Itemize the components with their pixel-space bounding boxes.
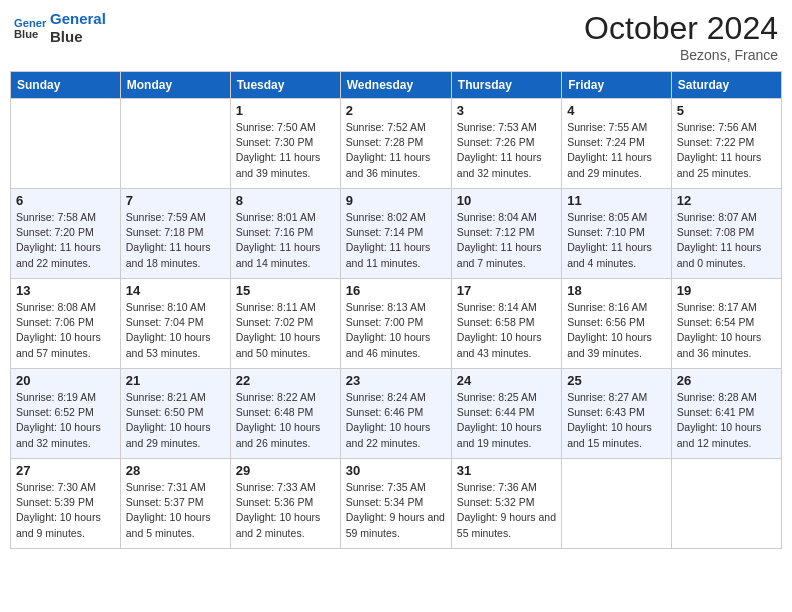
calendar-day-cell: 24Sunrise: 8:25 AMSunset: 6:44 PMDayligh…: [451, 369, 561, 459]
calendar-day-cell: 9Sunrise: 8:02 AMSunset: 7:14 PMDaylight…: [340, 189, 451, 279]
calendar-day-cell: 1Sunrise: 7:50 AMSunset: 7:30 PMDaylight…: [230, 99, 340, 189]
calendar-header-row: SundayMondayTuesdayWednesdayThursdayFrid…: [11, 72, 782, 99]
day-info: Sunrise: 8:05 AMSunset: 7:10 PMDaylight:…: [567, 210, 666, 271]
calendar-week-row: 1Sunrise: 7:50 AMSunset: 7:30 PMDaylight…: [11, 99, 782, 189]
day-number: 11: [567, 193, 666, 208]
day-info: Sunrise: 7:56 AMSunset: 7:22 PMDaylight:…: [677, 120, 776, 181]
calendar-week-row: 27Sunrise: 7:30 AMSunset: 5:39 PMDayligh…: [11, 459, 782, 549]
day-number: 29: [236, 463, 335, 478]
day-info: Sunrise: 8:22 AMSunset: 6:48 PMDaylight:…: [236, 390, 335, 451]
day-info: Sunrise: 8:16 AMSunset: 6:56 PMDaylight:…: [567, 300, 666, 361]
day-info: Sunrise: 7:52 AMSunset: 7:28 PMDaylight:…: [346, 120, 446, 181]
day-number: 28: [126, 463, 225, 478]
title-block: October 2024 Bezons, France: [584, 10, 778, 63]
calendar-day-cell: 29Sunrise: 7:33 AMSunset: 5:36 PMDayligh…: [230, 459, 340, 549]
calendar-day-cell: 23Sunrise: 8:24 AMSunset: 6:46 PMDayligh…: [340, 369, 451, 459]
calendar-day-cell: 12Sunrise: 8:07 AMSunset: 7:08 PMDayligh…: [671, 189, 781, 279]
day-info: Sunrise: 7:58 AMSunset: 7:20 PMDaylight:…: [16, 210, 115, 271]
logo-general: General: [50, 10, 106, 28]
day-number: 16: [346, 283, 446, 298]
day-info: Sunrise: 8:14 AMSunset: 6:58 PMDaylight:…: [457, 300, 556, 361]
day-number: 15: [236, 283, 335, 298]
day-number: 2: [346, 103, 446, 118]
day-number: 20: [16, 373, 115, 388]
location: Bezons, France: [584, 47, 778, 63]
day-number: 25: [567, 373, 666, 388]
calendar-day-cell: 11Sunrise: 8:05 AMSunset: 7:10 PMDayligh…: [562, 189, 672, 279]
weekday-header: Sunday: [11, 72, 121, 99]
day-number: 19: [677, 283, 776, 298]
day-info: Sunrise: 8:07 AMSunset: 7:08 PMDaylight:…: [677, 210, 776, 271]
calendar-day-cell: 20Sunrise: 8:19 AMSunset: 6:52 PMDayligh…: [11, 369, 121, 459]
calendar-day-cell: 14Sunrise: 8:10 AMSunset: 7:04 PMDayligh…: [120, 279, 230, 369]
calendar-day-cell: 10Sunrise: 8:04 AMSunset: 7:12 PMDayligh…: [451, 189, 561, 279]
calendar-day-cell: 25Sunrise: 8:27 AMSunset: 6:43 PMDayligh…: [562, 369, 672, 459]
calendar-day-cell: 17Sunrise: 8:14 AMSunset: 6:58 PMDayligh…: [451, 279, 561, 369]
day-info: Sunrise: 7:55 AMSunset: 7:24 PMDaylight:…: [567, 120, 666, 181]
calendar-day-cell: 6Sunrise: 7:58 AMSunset: 7:20 PMDaylight…: [11, 189, 121, 279]
calendar-day-cell: [671, 459, 781, 549]
month-title: October 2024: [584, 10, 778, 47]
day-number: 9: [346, 193, 446, 208]
calendar-day-cell: 2Sunrise: 7:52 AMSunset: 7:28 PMDaylight…: [340, 99, 451, 189]
calendar-day-cell: 30Sunrise: 7:35 AMSunset: 5:34 PMDayligh…: [340, 459, 451, 549]
day-number: 5: [677, 103, 776, 118]
day-number: 27: [16, 463, 115, 478]
day-number: 3: [457, 103, 556, 118]
calendar-day-cell: 3Sunrise: 7:53 AMSunset: 7:26 PMDaylight…: [451, 99, 561, 189]
calendar-day-cell: 21Sunrise: 8:21 AMSunset: 6:50 PMDayligh…: [120, 369, 230, 459]
day-number: 23: [346, 373, 446, 388]
weekday-header: Thursday: [451, 72, 561, 99]
day-info: Sunrise: 7:50 AMSunset: 7:30 PMDaylight:…: [236, 120, 335, 181]
day-number: 18: [567, 283, 666, 298]
day-info: Sunrise: 8:27 AMSunset: 6:43 PMDaylight:…: [567, 390, 666, 451]
day-info: Sunrise: 8:04 AMSunset: 7:12 PMDaylight:…: [457, 210, 556, 271]
weekday-header: Wednesday: [340, 72, 451, 99]
day-info: Sunrise: 8:28 AMSunset: 6:41 PMDaylight:…: [677, 390, 776, 451]
day-info: Sunrise: 8:11 AMSunset: 7:02 PMDaylight:…: [236, 300, 335, 361]
day-info: Sunrise: 7:30 AMSunset: 5:39 PMDaylight:…: [16, 480, 115, 541]
calendar-day-cell: [11, 99, 121, 189]
calendar-day-cell: [562, 459, 672, 549]
calendar-day-cell: 26Sunrise: 8:28 AMSunset: 6:41 PMDayligh…: [671, 369, 781, 459]
calendar-day-cell: 13Sunrise: 8:08 AMSunset: 7:06 PMDayligh…: [11, 279, 121, 369]
day-number: 6: [16, 193, 115, 208]
day-number: 21: [126, 373, 225, 388]
day-info: Sunrise: 8:10 AMSunset: 7:04 PMDaylight:…: [126, 300, 225, 361]
calendar-day-cell: 5Sunrise: 7:56 AMSunset: 7:22 PMDaylight…: [671, 99, 781, 189]
day-info: Sunrise: 8:08 AMSunset: 7:06 PMDaylight:…: [16, 300, 115, 361]
day-number: 31: [457, 463, 556, 478]
day-number: 8: [236, 193, 335, 208]
day-info: Sunrise: 7:53 AMSunset: 7:26 PMDaylight:…: [457, 120, 556, 181]
day-info: Sunrise: 7:31 AMSunset: 5:37 PMDaylight:…: [126, 480, 225, 541]
day-number: 26: [677, 373, 776, 388]
calendar-day-cell: 19Sunrise: 8:17 AMSunset: 6:54 PMDayligh…: [671, 279, 781, 369]
calendar-table: SundayMondayTuesdayWednesdayThursdayFrid…: [10, 71, 782, 549]
svg-text:General: General: [14, 17, 46, 29]
logo: General Blue General Blue: [14, 10, 106, 46]
day-number: 13: [16, 283, 115, 298]
day-number: 30: [346, 463, 446, 478]
day-info: Sunrise: 8:24 AMSunset: 6:46 PMDaylight:…: [346, 390, 446, 451]
calendar-day-cell: 31Sunrise: 7:36 AMSunset: 5:32 PMDayligh…: [451, 459, 561, 549]
weekday-header: Monday: [120, 72, 230, 99]
day-number: 4: [567, 103, 666, 118]
calendar-day-cell: 7Sunrise: 7:59 AMSunset: 7:18 PMDaylight…: [120, 189, 230, 279]
calendar-day-cell: [120, 99, 230, 189]
calendar-day-cell: 16Sunrise: 8:13 AMSunset: 7:00 PMDayligh…: [340, 279, 451, 369]
calendar-week-row: 13Sunrise: 8:08 AMSunset: 7:06 PMDayligh…: [11, 279, 782, 369]
logo-icon: General Blue: [14, 14, 46, 42]
day-info: Sunrise: 8:02 AMSunset: 7:14 PMDaylight:…: [346, 210, 446, 271]
calendar-week-row: 6Sunrise: 7:58 AMSunset: 7:20 PMDaylight…: [11, 189, 782, 279]
calendar-day-cell: 28Sunrise: 7:31 AMSunset: 5:37 PMDayligh…: [120, 459, 230, 549]
day-info: Sunrise: 8:13 AMSunset: 7:00 PMDaylight:…: [346, 300, 446, 361]
calendar-day-cell: 22Sunrise: 8:22 AMSunset: 6:48 PMDayligh…: [230, 369, 340, 459]
day-info: Sunrise: 8:01 AMSunset: 7:16 PMDaylight:…: [236, 210, 335, 271]
day-number: 24: [457, 373, 556, 388]
weekday-header: Tuesday: [230, 72, 340, 99]
svg-text:Blue: Blue: [14, 28, 38, 40]
page-header: General Blue General Blue October 2024 B…: [10, 10, 782, 63]
calendar-day-cell: 8Sunrise: 8:01 AMSunset: 7:16 PMDaylight…: [230, 189, 340, 279]
day-info: Sunrise: 8:17 AMSunset: 6:54 PMDaylight:…: [677, 300, 776, 361]
day-number: 17: [457, 283, 556, 298]
